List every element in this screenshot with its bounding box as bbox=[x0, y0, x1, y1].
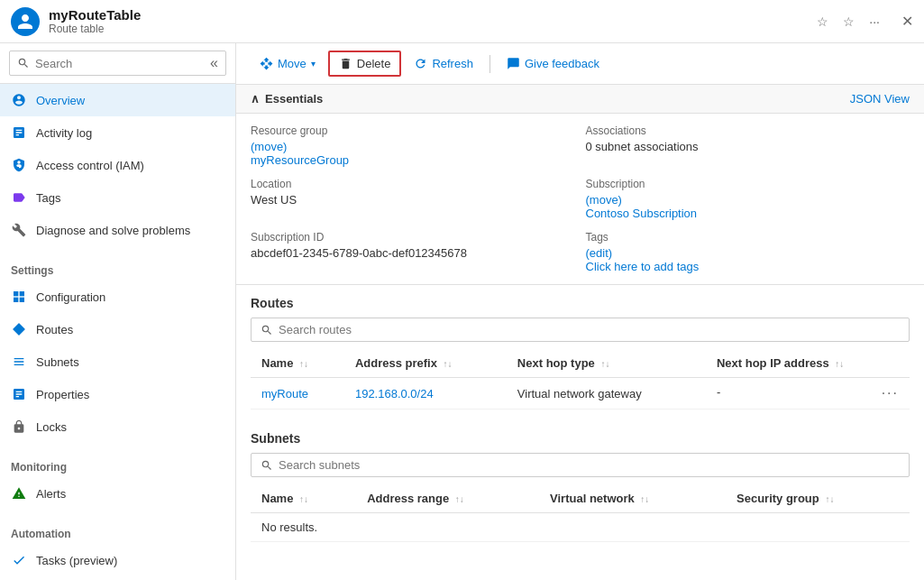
route-name: myRoute bbox=[251, 378, 344, 410]
sort-icon[interactable]: ↑↓ bbox=[600, 359, 609, 369]
delete-icon bbox=[339, 57, 352, 70]
essentials-location: Location West US bbox=[251, 178, 575, 220]
route-hop-ip: - ··· bbox=[706, 378, 910, 410]
sidebar-item-label: Diagnose and solve problems bbox=[36, 224, 190, 237]
routes-search-input[interactable] bbox=[279, 323, 900, 336]
subnets-search-input[interactable] bbox=[279, 458, 900, 472]
sort-icon[interactable]: ↑↓ bbox=[455, 494, 464, 504]
move-button[interactable]: Move ▾ bbox=[251, 52, 325, 75]
routes-col-prefix: Address prefix ↑↓ bbox=[344, 349, 507, 378]
tags-value: (edit) Click here to add tags bbox=[586, 246, 910, 273]
resource-group-label: Resource group bbox=[251, 124, 575, 137]
close-button[interactable]: ✕ bbox=[901, 13, 913, 30]
essentials-grid: Resource group (move) myResourceGroup As… bbox=[236, 114, 924, 285]
subnets-search-icon bbox=[261, 459, 273, 472]
sort-icon[interactable]: ↑↓ bbox=[640, 494, 649, 504]
essentials-title: ∧ Essentials bbox=[251, 92, 323, 106]
subscription-move-link[interactable]: (move) bbox=[586, 193, 622, 207]
more-icon[interactable]: ··· bbox=[865, 13, 883, 31]
move-link[interactable]: (move) bbox=[251, 140, 287, 153]
search-box[interactable]: « bbox=[9, 51, 226, 76]
sidebar-item-label: Locks bbox=[36, 420, 67, 434]
sidebar-item-label: Overview bbox=[36, 94, 85, 107]
svg-rect-2 bbox=[14, 298, 18, 302]
sidebar-item-access-control[interactable]: Access control (IAM) bbox=[0, 149, 235, 181]
sidebar-item-subnets[interactable]: Subnets bbox=[0, 345, 235, 378]
refresh-icon bbox=[414, 57, 427, 70]
sidebar-item-configuration[interactable]: Configuration bbox=[0, 281, 235, 313]
resource-name: myRouteTable bbox=[49, 7, 813, 23]
location-value: West US bbox=[251, 193, 575, 207]
route-hop-type: Virtual network gateway bbox=[507, 378, 706, 410]
json-view-link[interactable]: JSON View bbox=[850, 92, 910, 106]
table-row: No results. bbox=[251, 513, 910, 542]
subnets-col-range: Address range ↑↓ bbox=[356, 484, 539, 513]
sidebar-item-locks[interactable]: Locks bbox=[0, 410, 235, 443]
sidebar-item-label: Access control (IAM) bbox=[36, 159, 144, 172]
automation-section-label: Automation bbox=[0, 517, 235, 544]
toolbar: Move ▾ Delete Refresh Give feedback bbox=[236, 43, 924, 85]
sidebar-item-label: Tags bbox=[36, 191, 60, 205]
sort-icon[interactable]: ↑↓ bbox=[825, 494, 834, 504]
sidebar-item-properties[interactable]: Properties bbox=[0, 378, 235, 410]
pin-icon[interactable]: ☆ bbox=[813, 13, 832, 31]
sidebar-item-activity-log[interactable]: Activity log bbox=[0, 116, 235, 149]
routes-search-box[interactable] bbox=[251, 318, 910, 342]
sort-icon[interactable]: ↑↓ bbox=[299, 494, 308, 504]
route-prefix-link[interactable]: 192.168.0.0/24 bbox=[355, 387, 434, 400]
subscription-label: Subscription bbox=[586, 178, 910, 190]
row-more-button[interactable]: ··· bbox=[882, 385, 899, 401]
subnets-col-name: Name ↑↓ bbox=[251, 484, 356, 513]
svg-rect-0 bbox=[14, 291, 18, 296]
essentials-subscription: Subscription (move) Contoso Subscription bbox=[586, 178, 910, 220]
tags-add-link[interactable]: Click here to add tags bbox=[586, 260, 700, 273]
locks-icon bbox=[11, 419, 27, 435]
svg-rect-1 bbox=[20, 291, 24, 296]
routes-col-hop-ip: Next hop IP address ↑↓ bbox=[706, 349, 910, 378]
feedback-button[interactable]: Give feedback bbox=[498, 52, 608, 75]
sidebar-item-tasks[interactable]: Tasks (preview) bbox=[0, 544, 235, 576]
search-input[interactable] bbox=[35, 57, 210, 70]
no-results: No results. bbox=[251, 513, 910, 542]
sidebar-item-label: Routes bbox=[36, 323, 73, 336]
sidebar-item-diagnose[interactable]: Diagnose and solve problems bbox=[0, 214, 235, 246]
subnets-search-box[interactable] bbox=[251, 453, 910, 477]
title-bar-actions: ☆ ☆ ··· bbox=[813, 13, 883, 31]
sidebar-item-overview[interactable]: Overview bbox=[0, 84, 235, 116]
sidebar: « Overview Activity log bbox=[0, 43, 236, 580]
routes-search-icon bbox=[261, 324, 273, 336]
sort-icon[interactable]: ↑↓ bbox=[835, 359, 844, 369]
table-row: myRoute 192.168.0.0/24 Virtual network g… bbox=[251, 378, 910, 410]
sidebar-item-tags[interactable]: Tags bbox=[0, 181, 235, 214]
sidebar-item-alerts[interactable]: Alerts bbox=[0, 477, 235, 510]
subnets-col-vnet: Virtual network ↑↓ bbox=[539, 484, 726, 513]
properties-icon bbox=[11, 386, 27, 402]
sidebar-item-export[interactable]: Export template bbox=[0, 576, 235, 580]
chevron-up-icon: ∧ bbox=[251, 92, 260, 106]
avatar bbox=[11, 7, 40, 36]
tags-label: Tags bbox=[586, 231, 910, 244]
routes-col-name: Name ↑↓ bbox=[251, 349, 344, 378]
subscription-link[interactable]: Contoso Subscription bbox=[586, 207, 698, 220]
collapse-icon[interactable]: « bbox=[210, 55, 218, 71]
sidebar-item-label: Activity log bbox=[36, 126, 92, 140]
delete-button[interactable]: Delete bbox=[328, 51, 402, 77]
essentials-subscription-id: Subscription ID abcdef01-2345-6789-0abc-… bbox=[251, 231, 575, 273]
essentials-header: ∧ Essentials JSON View bbox=[236, 85, 924, 114]
sidebar-item-routes[interactable]: Routes bbox=[0, 313, 235, 345]
route-name-link[interactable]: myRoute bbox=[261, 387, 308, 400]
sort-icon[interactable]: ↑↓ bbox=[444, 359, 453, 369]
separator bbox=[489, 55, 490, 73]
location-label: Location bbox=[251, 178, 575, 190]
route-prefix: 192.168.0.0/24 bbox=[344, 378, 507, 410]
essentials-tags: Tags (edit) Click here to add tags bbox=[586, 231, 910, 273]
refresh-button[interactable]: Refresh bbox=[405, 52, 482, 75]
resource-group-link[interactable]: myResourceGroup bbox=[251, 153, 349, 167]
feedback-icon bbox=[507, 57, 520, 70]
star-icon[interactable]: ☆ bbox=[839, 13, 858, 31]
sort-icon[interactable]: ↑↓ bbox=[299, 359, 308, 369]
tags-edit-link[interactable]: (edit) bbox=[586, 246, 613, 260]
associations-label: Associations bbox=[586, 124, 910, 137]
search-icon bbox=[17, 57, 30, 69]
resource-type: Route table bbox=[49, 23, 813, 35]
